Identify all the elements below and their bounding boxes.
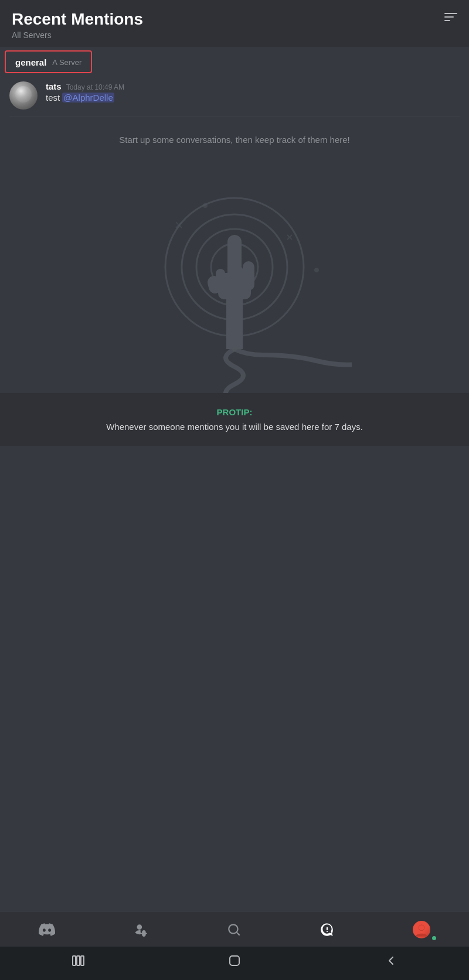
nav-item-search[interactable] [220, 920, 247, 940]
protip-box: PROTIP: Whenever someone mentions you it… [0, 393, 469, 446]
empty-state-text: Start up some conversations, then keep t… [119, 135, 350, 145]
svg-rect-21 [77, 956, 80, 965]
svg-point-17 [327, 931, 328, 932]
svg-rect-12 [243, 261, 254, 291]
header: Recent Mentions All Servers [0, 0, 469, 47]
message-header: tats Today at 10:49 AM [46, 81, 460, 91]
svg-point-19 [419, 925, 424, 930]
empty-state: Start up some conversations, then keep t… [0, 117, 469, 393]
timestamp: Today at 10:49 AM [66, 83, 124, 91]
illustration [117, 159, 352, 393]
protip-label: PROTIP: [12, 407, 457, 417]
message-text: test @AlphrDelle [46, 93, 460, 103]
channel-label-row[interactable]: general A Server [5, 50, 92, 73]
bottom-nav [0, 911, 469, 980]
nav-item-friends[interactable] [127, 920, 154, 940]
svg-rect-13 [232, 265, 243, 295]
nav-item-profile[interactable] [407, 918, 436, 941]
content-area: general A Server tats Today at 10:49 AM … [0, 47, 469, 911]
svg-point-8 [203, 204, 207, 207]
svg-rect-20 [73, 956, 76, 965]
android-back-btn[interactable] [384, 954, 398, 971]
message-text-prefix: test [46, 93, 62, 103]
server-label: A Server [52, 58, 81, 67]
nav-item-home[interactable] [33, 919, 61, 940]
android-recents-btn[interactable] [71, 954, 85, 971]
android-home-btn[interactable] [227, 954, 242, 971]
android-nav [0, 947, 469, 980]
nav-item-mentions[interactable] [314, 920, 341, 940]
header-title-block: Recent Mentions All Servers [12, 9, 143, 40]
svg-rect-16 [226, 296, 243, 349]
svg-rect-22 [81, 956, 84, 965]
page-title: Recent Mentions [12, 9, 143, 29]
username: tats [46, 81, 62, 91]
avatar [9, 81, 38, 110]
protip-text: Whenever someone mentions you it will be… [12, 422, 457, 432]
filter-icon[interactable] [444, 13, 457, 21]
nav-icons-bar [0, 911, 469, 947]
header-subtitle: All Servers [12, 30, 143, 40]
message-row: tats Today at 10:49 AM test @AlphrDelle [0, 77, 469, 117]
status-dot [431, 935, 437, 941]
channel-name: general [15, 57, 46, 67]
message-body: tats Today at 10:49 AM test @AlphrDelle [46, 81, 460, 103]
profile-avatar [413, 921, 430, 938]
svg-rect-23 [230, 956, 239, 965]
svg-point-9 [315, 268, 318, 272]
content-spacer [0, 446, 469, 911]
mention-tag[interactable]: @AlphrDelle [62, 93, 114, 103]
